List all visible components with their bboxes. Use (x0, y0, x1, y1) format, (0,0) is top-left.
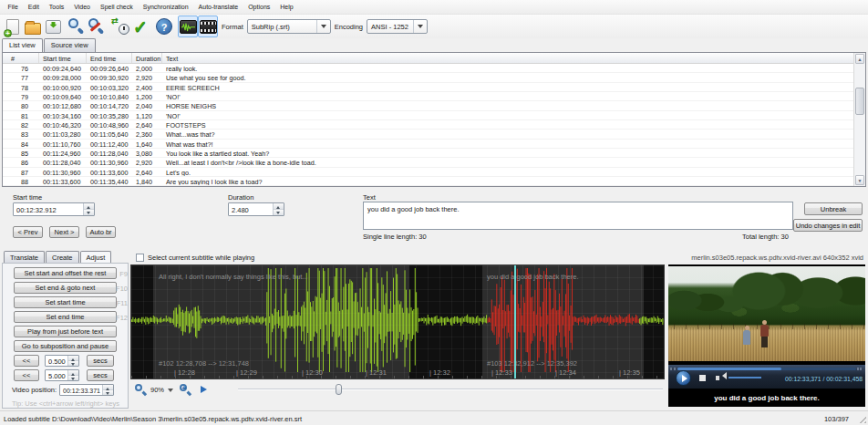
toggle-video-button[interactable] (198, 16, 218, 37)
subtitle-row-86[interactable]: 8600:11:28,04000:11:30,9602,920Well...at… (3, 158, 865, 167)
set-start-and-offset-the-rest-button[interactable]: Set start and offset the rest (14, 267, 117, 279)
tab-adjust[interactable]: Adjust (80, 251, 112, 263)
waveform-playhead[interactable] (514, 265, 516, 378)
tab-source-view[interactable]: Source view (44, 38, 96, 52)
status-bar: Loaded subtitle D:\Download\Video\Merlin… (0, 410, 868, 425)
menu-edit[interactable]: Edit (23, 2, 44, 12)
subtitle-row-88[interactable]: 8800:11:33,60000:11:35,4401,840Are you s… (3, 177, 865, 186)
menu-auto-translate[interactable]: Auto-translate (193, 2, 243, 12)
find-button[interactable] (67, 16, 87, 37)
format-dropdown[interactable]: SubRip (.srt) (247, 19, 331, 34)
subtitle-row-78[interactable]: 7800:10:00,92000:10:03,3202,400EERIE SCR… (3, 83, 865, 92)
tab-translate[interactable]: Translate (4, 251, 45, 263)
video-stop-button[interactable] (699, 375, 706, 381)
menu-tools[interactable]: Tools (44, 2, 68, 12)
menu-spell-check[interactable]: Spell check (95, 2, 138, 12)
column-header-num[interactable]: # (3, 53, 39, 63)
zoom-out-button[interactable] (134, 383, 147, 396)
volume-icon[interactable] (716, 374, 719, 382)
visual-sync-button[interactable]: ⇄ (110, 16, 130, 37)
subtitle-row-77[interactable]: 7700:09:28,00000:09:30,9202,920Use what … (3, 73, 865, 82)
subtitle-text-input[interactable]: you did a good job back there. (363, 202, 793, 230)
column-header-end-time[interactable]: End time (87, 53, 132, 63)
tab-create[interactable]: Create (46, 251, 79, 263)
next-button[interactable]: Next > (49, 226, 79, 238)
set-start-time-button[interactable]: Set start time (14, 296, 117, 308)
column-header-duration[interactable]: Duration (132, 53, 162, 63)
toggle-waveform-button[interactable] (178, 16, 198, 37)
subtitle-row-79[interactable]: 7900:10:09,64000:10:10,8401,200'NO!' (3, 92, 865, 101)
video-play-button[interactable] (676, 370, 691, 386)
scroll-down-icon[interactable]: ▼ (855, 175, 864, 185)
tab-list-view[interactable]: List view (2, 38, 43, 52)
open-file-button[interactable] (23, 16, 43, 37)
waveform-scrollbar[interactable] (238, 383, 663, 396)
column-header-start-time[interactable]: Start time (39, 53, 87, 63)
subtitle-row-83[interactable]: 8300:11:03,28000:11:05,6402,360What...wa… (3, 130, 865, 139)
spin-down-icon[interactable] (103, 390, 113, 395)
waveform-display[interactable]: All right, I don't normally say things l… (130, 264, 665, 379)
encoding-dropdown[interactable]: ANSI - 1252 (367, 19, 428, 34)
seek-amount-field-1[interactable]: 5.000 (45, 369, 79, 381)
video-progress-bar[interactable] (677, 368, 856, 370)
resize-grip[interactable] (857, 414, 866, 423)
spell-check-button[interactable]: ✓ (130, 16, 150, 37)
go-to-subposition-and-pause-button[interactable]: Go to subposition and pause (14, 340, 117, 352)
spin-down-icon[interactable] (84, 210, 94, 215)
subtitle-row-85[interactable]: 8500:11:24,96000:11:28,0403,080You look … (3, 149, 865, 158)
subtitle-row-81[interactable]: 8100:10:34,16000:10:35,2801,120'NO!' (3, 111, 865, 120)
spin-down-icon[interactable] (274, 210, 284, 215)
total-length: Total length: 30 (742, 233, 789, 241)
zoom-dropdown-icon[interactable] (168, 389, 173, 395)
set-end-time-button[interactable]: Set end time (14, 311, 117, 323)
chevron-down-icon (316, 20, 330, 33)
subtitle-row-87[interactable]: 8700:11:30,96000:11:33,6002,640Let's go. (3, 168, 865, 177)
video-frame[interactable] (668, 264, 865, 365)
undo-changes-button[interactable]: Undo changes in edit (793, 219, 863, 232)
subtitle-row-80[interactable]: 8000:10:12,68000:10:14,7202,040HORSE NEI… (3, 101, 865, 110)
waveform-region-label-102: #102 12:28,708 --> 12:31,748 (159, 359, 249, 368)
seek-amount-field-0[interactable]: 0.500 (45, 355, 79, 367)
subtitle-row-84[interactable]: 8400:11:10,76000:11:12,4001,640What was … (3, 140, 865, 149)
seek-back-button-1[interactable]: << (14, 369, 39, 381)
duration-field[interactable]: 2.480 (228, 202, 284, 216)
menu-help[interactable]: Help (275, 2, 298, 12)
menu-video[interactable]: Video (69, 2, 96, 12)
column-header-text[interactable]: Text (162, 53, 865, 63)
spin-up-icon[interactable] (84, 203, 94, 210)
menu-file[interactable]: File (3, 2, 23, 12)
scroll-up-icon[interactable]: ▲ (855, 54, 864, 64)
auto-br-button[interactable]: Auto br (86, 226, 116, 238)
menu-options[interactable]: Options (243, 2, 275, 12)
select-current-subtitle-checkbox[interactable] (136, 254, 144, 262)
spin-up-icon[interactable] (274, 203, 284, 210)
save-button[interactable] (43, 16, 63, 37)
volume-slider[interactable] (728, 377, 761, 378)
unbreak-button[interactable]: Unbreak (804, 202, 863, 215)
shortcut-f12: F12 (116, 314, 128, 322)
shortcut-f9: F9 (119, 270, 128, 278)
help-button[interactable]: ? (154, 16, 174, 37)
shortcut-f10: F10 (116, 285, 128, 293)
menu-synchronization[interactable]: Synchronization (138, 2, 193, 12)
list-scrollbar[interactable]: ▲ ▼ (853, 53, 865, 186)
play-from-just-before-text-button[interactable]: Play from just before text (14, 326, 117, 337)
set-end-goto-next-button[interactable]: Set end & goto next (14, 282, 117, 294)
prev-button[interactable]: < Prev (13, 226, 43, 238)
scroll-thumb[interactable] (855, 88, 864, 115)
seek-secs-button-1[interactable]: secs (87, 369, 114, 381)
replace-button[interactable] (87, 16, 107, 37)
single-line-length: Single line length: 30 (363, 233, 427, 241)
video-person-1 (743, 330, 750, 345)
waveform-scroll-thumb[interactable] (336, 384, 342, 395)
seek-secs-button-0[interactable]: secs (87, 355, 114, 367)
zoom-in-button[interactable]: + (179, 383, 191, 396)
status-position: 103/397 (824, 415, 849, 423)
new-file-button[interactable]: + (3, 16, 23, 37)
subtitle-row-76[interactable]: 7600:09:24,64000:09:26,6402,000really lo… (3, 64, 865, 73)
start-time-field[interactable]: 00:12:32.912 (13, 202, 95, 216)
subtitle-row-82[interactable]: 8200:10:46,32000:10:48,9602,640FOOTSTEPS (3, 120, 865, 130)
waveform-play-icon[interactable] (201, 386, 211, 393)
video-position-field[interactable]: 00:12:33.371 (59, 384, 114, 396)
seek-back-button-0[interactable]: << (14, 355, 39, 367)
